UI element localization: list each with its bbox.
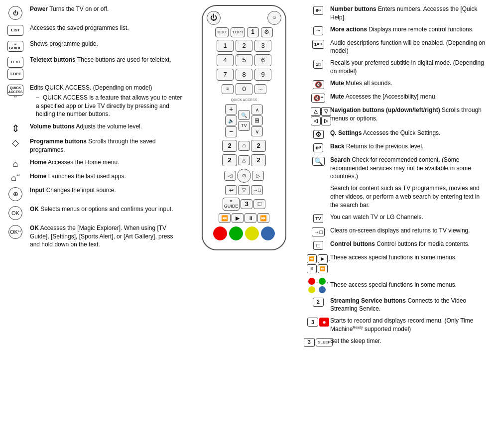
control-icon-container: □ xyxy=(306,240,330,250)
search-detail-spacer xyxy=(306,184,330,185)
remote-2-right2-button[interactable]: 2 xyxy=(251,154,266,166)
quick-access-superscript: ** xyxy=(14,96,16,99)
remote-power-button[interactable]: ⏻ °° xyxy=(207,11,221,25)
ok2-item: OK** OK Accesses the [Magic Explorer]. W… xyxy=(5,224,184,249)
special-icon-container: ⏪ ▶ , ⏸ ⏩ xyxy=(306,253,330,273)
number-icon: 9** xyxy=(313,6,323,15)
volume-desc: Volume buttons Adjusts the volume level. xyxy=(30,122,184,131)
streaming-label: Streaming Service buttons xyxy=(330,297,406,304)
quick-access-icon: QUICKACCESS xyxy=(7,85,23,96)
remote-minus-button[interactable]: − xyxy=(225,126,237,137)
record-icon-container: 3 ● xyxy=(306,317,330,327)
remote-down2-button[interactable]: ▽ xyxy=(238,185,250,195)
remote-search-button[interactable]: 🔍 xyxy=(238,110,250,120)
ok-label: OK xyxy=(30,206,39,213)
remote-num7-button[interactable]: 7 xyxy=(217,69,234,81)
remote-green-button[interactable] xyxy=(229,226,243,240)
remote-num3-button[interactable]: 3 xyxy=(254,40,271,52)
navigation-label: Navigation buttons (up/down/left/right) xyxy=(330,107,440,113)
input-label: Input xyxy=(30,187,44,194)
color-special-icon: , , , xyxy=(308,278,328,293)
remote-2-left2-button[interactable]: 2 xyxy=(222,154,237,166)
remote-num9-button[interactable]: 9 xyxy=(254,69,271,81)
home2-item: ⌂** Home Launches the last used apps. xyxy=(5,172,184,182)
remote-pause-button[interactable]: ⏸ xyxy=(245,213,256,223)
remote-3-button[interactable]: 3 xyxy=(241,199,252,209)
clear-item: →□ Clears on-screen displays and returns… xyxy=(306,226,488,236)
remote-num4-button[interactable]: 4 xyxy=(217,54,234,66)
remote-up-button[interactable]: ∧ xyxy=(251,105,263,114)
remote-up2-button[interactable]: △ xyxy=(238,155,250,165)
mute2-item: 🔇** Mute Accesses the [Accessibility] me… xyxy=(306,93,488,103)
remote-tv-guide-button[interactable]: TV xyxy=(238,121,250,131)
remote-red-button[interactable] xyxy=(213,226,227,240)
remote-fwd-button[interactable]: ⏩ xyxy=(257,213,269,223)
mute1-icon-container: 🔇 xyxy=(306,79,330,89)
remote-num0-button[interactable]: 0 xyxy=(236,83,252,95)
streaming-icon: 2 xyxy=(313,298,324,307)
remote-dpad-row: + 🔈 − 🔍 TV ∧ ⊞ ∨ xyxy=(207,104,281,137)
remote-down-button[interactable]: ∨ xyxy=(251,126,263,136)
remote-blue-button[interactable] xyxy=(261,226,275,240)
number-label: Number buttons xyxy=(330,5,376,12)
remote-plus2-button[interactable]: ⊞ xyxy=(251,115,263,125)
remote-exit-button[interactable]: →□ xyxy=(251,185,263,195)
remote-2-left-button[interactable]: 2 xyxy=(222,140,237,152)
ok2-label: OK xyxy=(30,224,39,231)
remote-plus-button[interactable]: + xyxy=(225,104,237,114)
guide-item: ≡GUIDE Shows programme guide. xyxy=(5,40,184,52)
power-label: Power xyxy=(30,5,48,12)
remote-ok-button[interactable]: ⊙ xyxy=(237,169,251,183)
list-icon: LIST xyxy=(7,25,23,36)
ok2-desc: OK Accesses the [Magic Explorer]. When u… xyxy=(30,224,184,249)
remote-2-right-button[interactable]: 2 xyxy=(251,140,266,152)
remote-num5-button[interactable]: 5° xyxy=(236,54,252,66)
remote-1-button[interactable]: 1 xyxy=(247,27,259,37)
remote-num2-button[interactable]: 2 xyxy=(236,40,252,52)
remote-play-button[interactable]: ▶ xyxy=(232,213,244,223)
remote-control: ⏻ °° ☺ TEXT T.OPT 1 ⚙ 1 2 3 4 5° 6 xyxy=(202,5,286,250)
remote-home-button[interactable]: ⌂ xyxy=(238,141,250,151)
guide-icon: ≡GUIDE xyxy=(7,41,23,52)
mute2-desc: Mute Accesses the [Accessibility] menu. xyxy=(330,93,488,101)
remote-smiley-button[interactable]: ☺ xyxy=(267,11,281,25)
remote-num8-button[interactable]: 8 xyxy=(236,69,252,81)
more-actions-label: More actions xyxy=(330,26,367,33)
number-desc: Number buttons Enters numbers. Accesses … xyxy=(330,5,488,22)
remote-rew-button[interactable]: ⏪ xyxy=(219,213,231,223)
ok-item: OK OK Selects menus or options and confi… xyxy=(5,205,184,220)
remote-stop-button[interactable]: □ xyxy=(253,199,265,209)
remote-num1-button[interactable]: 1 xyxy=(217,40,234,52)
power-desc: Power Turns the TV on or off. xyxy=(30,5,184,13)
color-special-desc: These access special functions in some m… xyxy=(330,281,488,289)
center-column: ⏻ °° ☺ TEXT T.OPT 1 ⚙ 1 2 3 4 5° 6 xyxy=(189,5,299,443)
sleep-desc: Set the sleep timer. xyxy=(330,337,488,345)
remote-guide-button[interactable]: ≡ xyxy=(222,84,234,94)
remote-back-button[interactable]: ↩ xyxy=(225,185,237,195)
remote-right-button[interactable]: ▷ xyxy=(252,171,264,181)
back-icon-container: ↩ xyxy=(306,142,330,152)
ok-desc: OK Selects menus or options and confirms… xyxy=(30,205,184,214)
home2-icon-container: ⌂** xyxy=(5,173,26,182)
teletext-icon-container: TEXT T.OPT xyxy=(5,57,26,80)
remote-settings-button[interactable]: ⚙ xyxy=(261,27,273,37)
sleep-icon-container: 3 SLEEP xyxy=(306,337,330,347)
home2-icon: ⌂** xyxy=(11,173,20,182)
remote-vol-down-button[interactable]: 🔈 xyxy=(225,115,237,125)
remote-num6-button[interactable]: 6 xyxy=(254,54,271,66)
search-icon-container: 🔍 xyxy=(306,156,330,166)
bullet-dash: – xyxy=(36,94,39,101)
remote-center-group: 🔍 TV xyxy=(238,110,250,131)
remote-guide2-button[interactable]: ≡GUIDE xyxy=(223,198,240,211)
remote-topt-button[interactable]: T.OPT xyxy=(231,27,245,37)
programme-desc: Programme buttons Scrolls through the sa… xyxy=(30,137,184,154)
input-item: ⊕ Input Changes the input source. xyxy=(5,186,184,201)
ok-icon-container: OK xyxy=(5,206,26,220)
remote-yellow-button[interactable] xyxy=(245,226,259,240)
back-icon: ↩ xyxy=(313,143,323,152)
remote-more-button[interactable]: ··· xyxy=(254,84,266,94)
remote-left-button[interactable]: ◁ xyxy=(224,171,236,181)
remote-text-button[interactable]: TEXT xyxy=(215,27,228,37)
remote-row-3: 1 2 3 xyxy=(207,40,281,52)
input-desc: Input Changes the input source. xyxy=(30,186,184,195)
